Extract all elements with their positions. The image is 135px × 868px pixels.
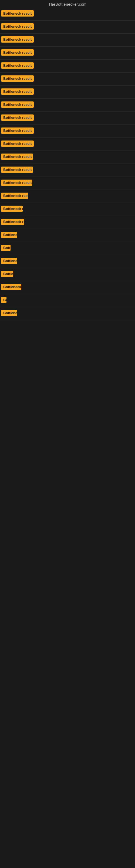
bottleneck-badge[interactable]: Bottleneck result xyxy=(1,75,34,82)
bottleneck-badge[interactable]: Bottleneck result xyxy=(1,297,6,303)
result-row: Bottleneck result xyxy=(0,255,135,268)
result-row: Bottleneck result xyxy=(0,21,135,34)
result-row: Bottleneck result xyxy=(0,138,135,151)
empty-space xyxy=(0,320,135,727)
result-row: Bottleneck result xyxy=(0,307,135,320)
bottleneck-badge[interactable]: Bottleneck result xyxy=(1,127,34,134)
result-row: Bottleneck result xyxy=(0,203,135,216)
result-row: Bottleneck result xyxy=(0,268,135,281)
bottleneck-badge[interactable]: Bottleneck result xyxy=(1,50,34,56)
result-row: Bottleneck result xyxy=(0,216,135,229)
result-row: Bottleneck result xyxy=(0,73,135,86)
result-row: Bottleneck result xyxy=(0,99,135,112)
bottleneck-badge[interactable]: Bottleneck result xyxy=(1,36,34,42)
bottleneck-badge[interactable]: Bottleneck result xyxy=(1,23,34,30)
result-row: Bottleneck result xyxy=(0,242,135,255)
result-row: Bottleneck result xyxy=(0,60,135,73)
bottleneck-badge[interactable]: Bottleneck result xyxy=(1,206,23,212)
result-row: Bottleneck result xyxy=(0,112,135,125)
bottleneck-badge[interactable]: Bottleneck result xyxy=(1,231,17,238)
bottleneck-badge[interactable]: Bottleneck result xyxy=(1,271,13,277)
bottleneck-badge[interactable]: Bottleneck result xyxy=(1,219,24,225)
bottleneck-badge[interactable]: Bottleneck result xyxy=(1,88,34,95)
result-row: Bottleneck result xyxy=(0,177,135,190)
site-title: TheBottlenecker.com xyxy=(0,0,135,8)
bottleneck-badge[interactable]: Bottleneck result xyxy=(1,180,32,186)
bottleneck-badge[interactable]: Bottleneck result xyxy=(1,101,34,108)
bottleneck-badge[interactable]: Bottleneck result xyxy=(1,141,34,147)
result-row: Bottleneck result xyxy=(0,229,135,242)
bottleneck-badge[interactable]: Bottleneck result xyxy=(1,115,34,121)
result-row: Bottleneck result xyxy=(0,151,135,164)
bottleneck-badge[interactable]: Bottleneck result xyxy=(1,310,17,316)
bottleneck-badge[interactable]: Bottleneck result xyxy=(1,10,34,17)
result-row: Bottleneck result xyxy=(0,86,135,99)
bottleneck-badge[interactable]: Bottleneck result xyxy=(1,193,28,199)
result-row: Bottleneck result xyxy=(0,8,135,21)
result-row: Bottleneck result xyxy=(0,34,135,46)
bottleneck-badge[interactable]: Bottleneck result xyxy=(1,284,21,290)
bottleneck-badge[interactable]: Bottleneck result xyxy=(1,258,17,264)
bottleneck-badge[interactable]: Bottleneck result xyxy=(1,166,33,173)
bottleneck-badge[interactable]: Bottleneck result xyxy=(1,154,33,160)
bottleneck-badge[interactable]: Bottleneck result xyxy=(1,245,10,251)
result-row: Bottleneck result xyxy=(0,125,135,138)
result-row: Bottleneck result xyxy=(0,294,135,307)
result-row: Bottleneck result xyxy=(0,190,135,203)
site-header: TheBottlenecker.com xyxy=(0,0,135,8)
result-row: Bottleneck result xyxy=(0,46,135,60)
result-row: Bottleneck result xyxy=(0,281,135,294)
bottleneck-badge[interactable]: Bottleneck result xyxy=(1,62,34,69)
result-row: Bottleneck result xyxy=(0,164,135,177)
